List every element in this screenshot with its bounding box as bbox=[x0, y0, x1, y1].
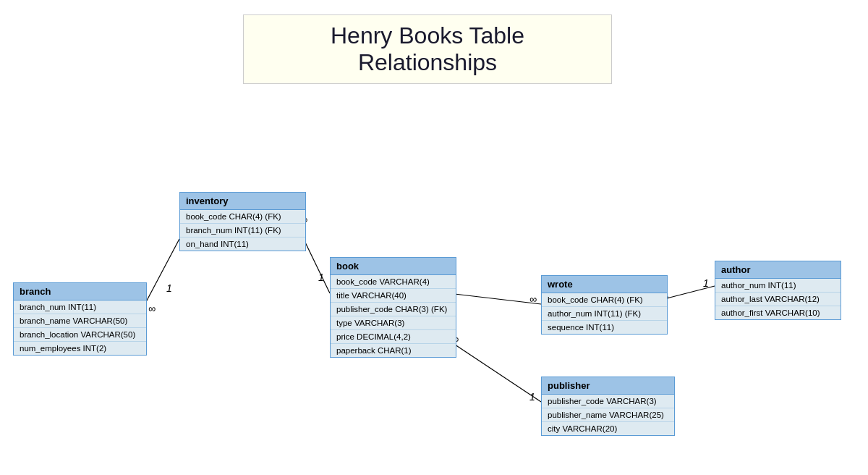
table-row: publisher_code VARCHAR(3) bbox=[542, 395, 674, 408]
table-publisher: publisher publisher_code VARCHAR(3) publ… bbox=[541, 377, 675, 436]
table-row: author_num INT(11) (FK) bbox=[542, 307, 667, 321]
table-author-header: author bbox=[715, 261, 841, 279]
table-row: author_num INT(11) bbox=[715, 279, 841, 293]
table-branch: branch branch_num INT(11) branch_name VA… bbox=[13, 282, 147, 356]
table-publisher-body: publisher_code VARCHAR(3) publisher_name… bbox=[542, 395, 674, 435]
table-branch-body: branch_num INT(11) branch_name VARCHAR(5… bbox=[14, 300, 146, 355]
title-box: Henry Books Table Relationships bbox=[243, 14, 612, 84]
table-book-header: book bbox=[331, 258, 456, 275]
table-row: branch_location VARCHAR(50) bbox=[14, 328, 146, 342]
table-wrote-header: wrote bbox=[542, 276, 667, 293]
cardinality-inv-book-book: 1 bbox=[318, 272, 324, 283]
svg-line-4 bbox=[448, 340, 541, 402]
table-row: branch_num INT(11) bbox=[14, 300, 146, 314]
table-row: on_hand INT(11) bbox=[180, 238, 305, 251]
table-row: book_code VARCHAR(4) bbox=[331, 275, 456, 289]
table-author: author author_num INT(11) author_last VA… bbox=[715, 261, 841, 320]
table-row: num_employees INT(2) bbox=[14, 342, 146, 355]
table-row: author_first VARCHAR(10) bbox=[715, 306, 841, 319]
table-row: book_code CHAR(4) (FK) bbox=[542, 293, 667, 307]
cardinality-branch-inv-inv: 1 bbox=[166, 282, 172, 294]
cardinality-wrote-author-author: 1 bbox=[703, 277, 709, 289]
cardinality-book-pub-pub: 1 bbox=[529, 391, 535, 403]
table-inventory-body: book_code CHAR(4) (FK) branch_num INT(11… bbox=[180, 210, 305, 251]
table-row: publisher_name VARCHAR(25) bbox=[542, 408, 674, 422]
table-row: city VARCHAR(20) bbox=[542, 422, 674, 435]
table-row: author_last VARCHAR(12) bbox=[715, 293, 841, 306]
table-row: title VARCHAR(40) bbox=[331, 289, 456, 303]
table-row: price DECIMAL(4,2) bbox=[331, 330, 456, 344]
table-row: book_code CHAR(4) (FK) bbox=[180, 210, 305, 224]
table-publisher-header: publisher bbox=[542, 377, 674, 395]
table-row: type VARCHAR(3) bbox=[331, 316, 456, 330]
page-title: Henry Books Table Relationships bbox=[331, 22, 524, 75]
cardinality-branch-inv-branch: ∞ bbox=[148, 303, 156, 314]
table-book-body: book_code VARCHAR(4) title VARCHAR(40) p… bbox=[331, 275, 456, 357]
table-wrote: wrote book_code CHAR(4) (FK) author_num … bbox=[541, 275, 668, 335]
table-author-body: author_num INT(11) author_last VARCHAR(1… bbox=[715, 279, 841, 319]
table-row: paperback CHAR(1) bbox=[331, 344, 456, 357]
table-wrote-body: book_code CHAR(4) (FK) author_num INT(11… bbox=[542, 293, 667, 334]
table-inventory: inventory book_code CHAR(4) (FK) branch_… bbox=[179, 192, 306, 251]
table-row: publisher_code CHAR(3) (FK) bbox=[331, 303, 456, 316]
table-row: branch_name VARCHAR(50) bbox=[14, 314, 146, 328]
table-book: book book_code VARCHAR(4) title VARCHAR(… bbox=[330, 257, 456, 358]
svg-line-2 bbox=[448, 293, 541, 304]
cardinality-book-wrote-wrote: ∞ bbox=[529, 293, 537, 305]
table-branch-header: branch bbox=[14, 283, 146, 300]
table-row: branch_num INT(11) (FK) bbox=[180, 224, 305, 238]
table-inventory-header: inventory bbox=[180, 193, 305, 210]
table-row: sequence INT(11) bbox=[542, 321, 667, 334]
